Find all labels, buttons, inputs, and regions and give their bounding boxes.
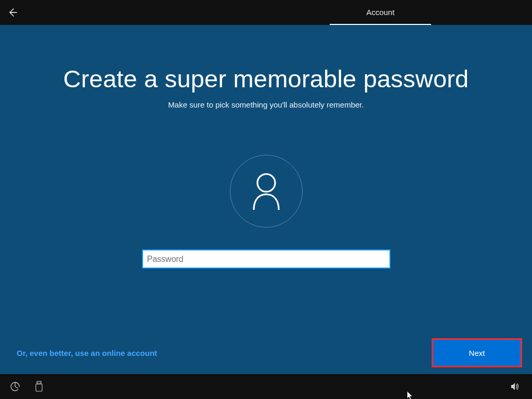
avatar-placeholder [230, 155, 303, 228]
ease-of-access-icon [10, 381, 20, 392]
utility-button[interactable] [29, 377, 49, 396]
page-subheading: Make sure to pick something you'll absol… [0, 100, 532, 109]
cursor-icon [407, 391, 414, 399]
back-button[interactable] [0, 0, 25, 25]
volume-icon [510, 381, 520, 392]
tab-account[interactable]: Account [330, 0, 431, 25]
svg-point-1 [257, 174, 275, 192]
title-bar: Account [0, 0, 532, 25]
next-button[interactable]: Next [433, 340, 521, 366]
taskbar [0, 374, 532, 399]
main-content: Create a super memorable password Make s… [0, 25, 532, 374]
svg-rect-5 [36, 384, 42, 391]
person-outline-icon [251, 172, 282, 210]
svg-rect-4 [37, 381, 41, 384]
arrow-left-icon [7, 7, 18, 18]
ease-of-access-button[interactable] [5, 377, 25, 396]
volume-button[interactable] [505, 377, 525, 396]
password-input[interactable] [142, 249, 391, 269]
use-online-account-link[interactable]: Or, even better, use an online account [17, 349, 157, 357]
usb-device-icon [34, 381, 44, 392]
page-heading: Create a super memorable password [0, 64, 532, 93]
